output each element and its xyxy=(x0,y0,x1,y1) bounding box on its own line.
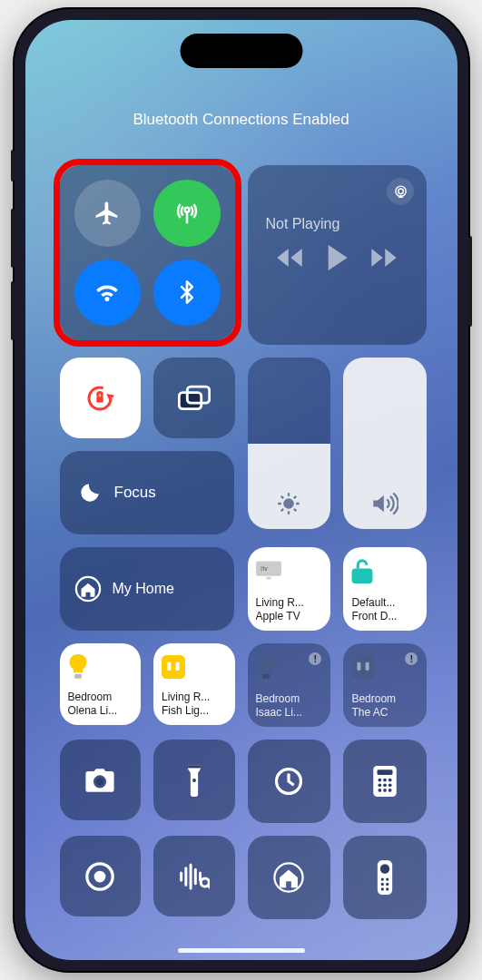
svg-point-20 xyxy=(96,778,104,786)
svg-point-6 xyxy=(285,500,293,508)
media-title: Not Playing xyxy=(261,216,415,232)
bluetooth-toggle[interactable] xyxy=(153,260,221,327)
accessory-tile-appletv[interactable]: tvLiving R...Apple TV xyxy=(248,547,331,631)
svg-point-27 xyxy=(383,779,387,782)
screen-record-button[interactable] xyxy=(60,836,142,917)
home-app-button[interactable] xyxy=(248,836,331,919)
tile-line1: Bedroom xyxy=(68,691,133,704)
svg-rect-19 xyxy=(366,662,369,671)
tile-line2: Apple TV xyxy=(256,610,323,623)
svg-point-45 xyxy=(381,887,384,890)
svg-point-43 xyxy=(381,883,384,886)
home-indicator[interactable] xyxy=(178,948,305,953)
calculator-icon xyxy=(373,766,397,797)
svg-point-44 xyxy=(386,883,389,886)
moon-icon xyxy=(78,481,102,505)
remote-icon xyxy=(377,860,393,895)
camera-icon xyxy=(84,767,115,794)
calculator-button[interactable] xyxy=(343,740,427,823)
focus-button[interactable]: Focus xyxy=(60,451,235,534)
tile-line1: Bedroom xyxy=(351,692,418,706)
connectivity-panel[interactable] xyxy=(60,165,235,340)
antenna-icon xyxy=(173,200,201,227)
camera-button[interactable] xyxy=(60,740,142,821)
volume-slider[interactable] xyxy=(343,358,427,529)
svg-point-42 xyxy=(386,877,389,880)
wifi-icon xyxy=(93,279,121,306)
timer-button[interactable] xyxy=(248,740,331,823)
screen-mirroring-icon xyxy=(178,385,211,412)
home-icon xyxy=(273,862,304,893)
svg-rect-17 xyxy=(351,655,375,679)
flashlight-button[interactable] xyxy=(153,740,235,821)
airplay-button[interactable] xyxy=(387,178,414,205)
appletv-icon: tv xyxy=(256,556,323,585)
airplane-mode-toggle[interactable] xyxy=(74,180,142,247)
accessory-tile-bulb1[interactable]: BedroomOlena Li... xyxy=(60,643,142,725)
tile-line2: Fish Lig... xyxy=(162,704,227,718)
accessory-tile-bulb3[interactable]: !BedroomIsaac Li... xyxy=(248,643,331,727)
svg-rect-15 xyxy=(176,662,180,671)
brightness-slider[interactable] xyxy=(248,358,331,529)
home-label: My Home xyxy=(113,581,174,597)
svg-rect-18 xyxy=(358,662,361,671)
svg-point-32 xyxy=(379,789,382,792)
tile-line1: Living R... xyxy=(162,691,227,704)
svg-point-30 xyxy=(383,783,387,787)
svg-rect-3 xyxy=(97,396,104,402)
brightness-icon xyxy=(276,491,301,516)
tile-line2: The AC xyxy=(351,706,418,720)
svg-rect-12 xyxy=(74,674,82,679)
bulb-yellow-icon xyxy=(68,652,133,681)
svg-rect-14 xyxy=(168,662,172,671)
svg-point-34 xyxy=(389,789,392,792)
screen: Bluetooth Connections Enabled xyxy=(25,20,457,960)
home-button[interactable]: My Home xyxy=(60,547,235,631)
orientation-lock-toggle[interactable] xyxy=(60,358,142,439)
tile-line2: Isaac Li... xyxy=(256,706,323,720)
svg-point-26 xyxy=(379,779,382,782)
music-recognition-button[interactable] xyxy=(153,836,235,917)
status-banner: Bluetooth Connections Enabled xyxy=(60,111,423,129)
svg-point-46 xyxy=(386,887,389,890)
lock-icon xyxy=(351,556,418,585)
airplay-icon xyxy=(393,184,408,200)
timer-icon xyxy=(273,766,304,797)
dynamic-island xyxy=(180,34,302,68)
accessory-tile-ac[interactable]: !BedroomThe AC xyxy=(343,643,427,727)
forward-icon[interactable] xyxy=(370,248,398,268)
tile-line1: Living R... xyxy=(256,596,323,610)
flashlight-icon xyxy=(186,764,202,797)
play-icon[interactable] xyxy=(325,245,349,270)
svg-text:tv: tv xyxy=(260,565,268,572)
house-icon xyxy=(74,575,102,603)
media-panel[interactable]: Not Playing xyxy=(248,165,428,345)
svg-rect-16 xyxy=(262,674,270,679)
svg-point-36 xyxy=(94,870,106,882)
cellular-data-toggle[interactable] xyxy=(153,180,221,247)
accessory-tile-bulb2[interactable]: Living R...Fish Lig... xyxy=(153,643,235,725)
svg-rect-22 xyxy=(188,765,201,768)
wifi-toggle[interactable] xyxy=(74,260,142,327)
volume-icon xyxy=(371,491,398,516)
bluetooth-icon xyxy=(174,279,200,305)
svg-rect-4 xyxy=(179,392,201,408)
screen-mirroring-button[interactable] xyxy=(153,358,235,439)
plug-yellow-icon xyxy=(162,652,227,681)
tile-line1: Default... xyxy=(351,596,418,610)
svg-point-1 xyxy=(398,188,403,193)
svg-point-28 xyxy=(389,779,392,782)
svg-point-41 xyxy=(381,877,384,880)
svg-rect-10 xyxy=(266,577,271,579)
airplane-icon xyxy=(93,200,121,227)
record-icon xyxy=(84,861,115,892)
svg-rect-25 xyxy=(378,769,393,775)
orientation-lock-icon xyxy=(84,382,116,415)
rewind-icon[interactable] xyxy=(276,248,303,268)
svg-rect-11 xyxy=(352,569,373,584)
accessory-tile-lock[interactable]: Default...Front D... xyxy=(343,547,427,631)
tile-line2: Olena Li... xyxy=(68,704,133,718)
remote-button[interactable] xyxy=(343,836,427,919)
focus-label: Focus xyxy=(114,484,156,502)
tile-line1: Bedroom xyxy=(256,692,323,706)
